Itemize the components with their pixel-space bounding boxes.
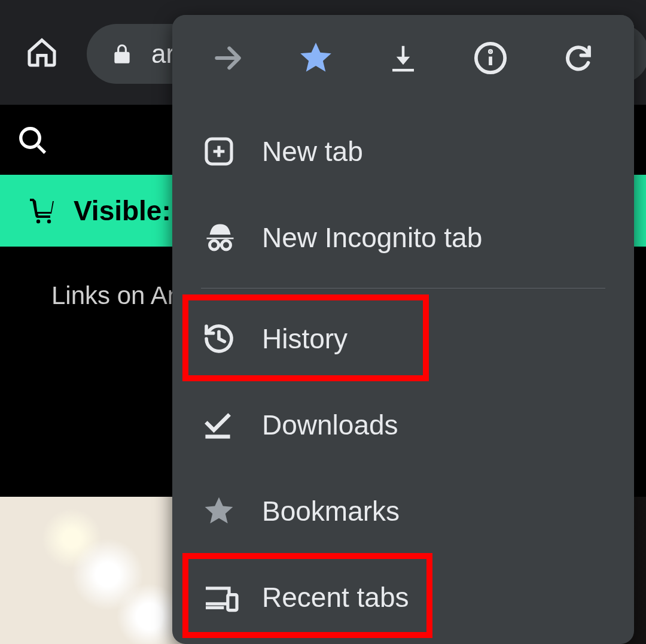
page-info-button[interactable] bbox=[461, 28, 520, 88]
lock-icon bbox=[111, 40, 133, 68]
menu-item-downloads[interactable]: Downloads bbox=[172, 382, 634, 468]
menu-item-new-tab[interactable]: New tab bbox=[172, 108, 634, 195]
new-tab-icon bbox=[202, 135, 262, 168]
menu-divider bbox=[201, 288, 605, 288]
menu-item-label: New Incognito tab bbox=[262, 221, 482, 254]
downloads-done-icon bbox=[202, 409, 262, 441]
recent-tabs-icon bbox=[202, 582, 262, 613]
menu-item-bookmarks[interactable]: Bookmarks bbox=[172, 468, 634, 554]
menu-item-history[interactable]: History bbox=[172, 296, 634, 382]
incognito-icon bbox=[202, 220, 262, 256]
menu-list: New tab New Incognito tab History Downlo… bbox=[172, 101, 634, 640]
star-icon bbox=[202, 494, 262, 528]
svg-point-2 bbox=[47, 220, 51, 223]
forward-button[interactable] bbox=[198, 28, 258, 88]
download-button[interactable] bbox=[373, 28, 433, 88]
cart-icon bbox=[27, 196, 57, 225]
menu-item-label: New tab bbox=[262, 135, 363, 168]
svg-point-1 bbox=[36, 220, 40, 223]
menu-item-label: Recent tabs bbox=[262, 581, 409, 613]
svg-point-8 bbox=[210, 241, 219, 250]
menu-item-label: Downloads bbox=[262, 409, 398, 441]
refresh-icon bbox=[562, 42, 595, 74]
refresh-button[interactable] bbox=[549, 28, 608, 88]
menu-action-row bbox=[172, 15, 634, 101]
forward-icon bbox=[211, 41, 245, 75]
star-filled-icon bbox=[297, 40, 334, 77]
svg-rect-10 bbox=[228, 595, 237, 610]
menu-item-label: Bookmarks bbox=[262, 495, 400, 527]
home-button[interactable] bbox=[0, 0, 84, 105]
bookmark-button[interactable] bbox=[286, 28, 346, 88]
svg-rect-3 bbox=[392, 69, 414, 72]
search-icon[interactable] bbox=[17, 124, 49, 157]
overflow-menu: New tab New Incognito tab History Downlo… bbox=[172, 15, 634, 644]
menu-item-recent-tabs[interactable]: Recent tabs bbox=[172, 554, 634, 640]
home-icon bbox=[25, 36, 59, 69]
info-icon bbox=[473, 41, 508, 75]
svg-point-6 bbox=[490, 50, 491, 51]
download-icon bbox=[387, 42, 419, 74]
svg-point-9 bbox=[222, 241, 231, 250]
menu-item-label: History bbox=[262, 323, 348, 355]
promo-text-prefix: Visible: bbox=[74, 195, 171, 227]
url-text: ar bbox=[151, 39, 175, 69]
menu-item-new-incognito[interactable]: New Incognito tab bbox=[172, 195, 634, 281]
svg-point-0 bbox=[21, 129, 40, 148]
history-icon bbox=[202, 322, 262, 356]
